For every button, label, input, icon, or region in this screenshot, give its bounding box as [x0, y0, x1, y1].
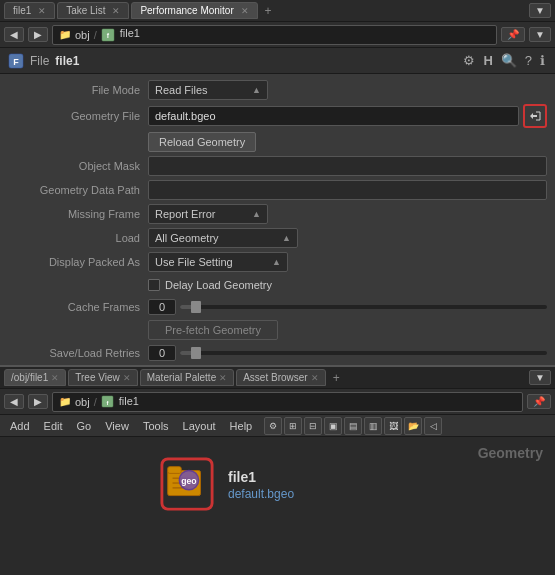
file-browse-icon-btn[interactable]	[523, 104, 547, 128]
bottom-nav-back-btn[interactable]: ◀	[4, 394, 24, 409]
info-icon[interactable]: ℹ	[538, 52, 547, 69]
display-packed-dropdown[interactable]: Use File Setting ▲	[148, 252, 288, 272]
pin-btn[interactable]: 📌	[501, 27, 525, 42]
tab-close-file1[interactable]: ✕	[38, 6, 46, 16]
nav-back-btn[interactable]: ◀	[4, 27, 24, 42]
nav-path: 📁 obj / f file1	[52, 25, 497, 45]
display-packed-label: Display Packed As	[8, 256, 148, 268]
save-load-track[interactable]	[180, 351, 547, 355]
title-name: file1	[55, 54, 79, 68]
tab-take-list[interactable]: Take List ✕	[57, 2, 129, 19]
path-obj[interactable]: obj	[75, 29, 90, 41]
bottom-tab-close-1[interactable]: ✕	[123, 373, 131, 383]
bottom-tab-close-3[interactable]: ✕	[311, 373, 319, 383]
top-tab-bar: file1 ✕ Take List ✕ Performance Monitor …	[0, 0, 555, 22]
title-actions: ⚙ H 🔍 ? ℹ	[461, 52, 547, 69]
node-file-label: default.bgeo	[228, 487, 294, 501]
file-mode-row: File Mode Read Files ▲	[0, 78, 555, 102]
bottom-panel-menu-btn[interactable]: ▼	[529, 370, 551, 385]
menu-tools[interactable]: Tools	[137, 418, 175, 434]
cache-frames-value: 0	[148, 299, 176, 315]
geometry-viewport-label: Geometry	[478, 445, 543, 461]
geometry-file-input[interactable]: default.bgeo	[148, 106, 519, 126]
node-icon: geo	[160, 457, 214, 513]
svg-text:geo: geo	[181, 476, 196, 486]
object-mask-input[interactable]	[148, 156, 547, 176]
cache-frames-label: Cache Frames	[8, 301, 148, 313]
menu-view[interactable]: View	[99, 418, 135, 434]
nav-bar: ◀ ▶ 📁 obj / f file1 📌 ▼	[0, 22, 555, 48]
tab-performance-monitor[interactable]: Performance Monitor ✕	[131, 2, 257, 19]
menu-go[interactable]: Go	[71, 418, 98, 434]
tab-add-button[interactable]: +	[260, 2, 277, 20]
panel-menu-btn[interactable]: ▼	[529, 3, 551, 18]
bottom-nav-forward-btn[interactable]: ▶	[28, 394, 48, 409]
bottom-path-file: f file1	[101, 395, 139, 409]
svg-rect-9	[168, 467, 182, 474]
bottom-tab-material-palette[interactable]: Material Palette ✕	[140, 369, 234, 386]
tool-icon-img[interactable]: 🖼	[384, 417, 402, 435]
missing-frame-dropdown[interactable]: Report Error ▲	[148, 204, 268, 224]
bottom-tab-tree-view[interactable]: Tree View ✕	[68, 369, 137, 386]
path-file: f file1	[101, 27, 140, 41]
tool-icon-grid[interactable]: ⊞	[284, 417, 302, 435]
bottom-path-obj[interactable]: obj	[75, 396, 90, 408]
search-icon[interactable]: 🔍	[499, 52, 519, 69]
delay-load-checkbox[interactable]	[148, 279, 160, 291]
load-dropdown[interactable]: All Geometry ▲	[148, 228, 298, 248]
bottom-tab-obj-file1[interactable]: /obj/file1 ✕	[4, 369, 66, 386]
bottom-pin-btn[interactable]: 📌	[527, 394, 551, 409]
tool-icon-folder2[interactable]: 📂	[404, 417, 422, 435]
save-load-label: Save/Load Retries	[8, 347, 148, 359]
file-mode-control: Read Files ▲	[148, 80, 547, 100]
title-label: File	[30, 54, 49, 68]
tool-icon-layout2[interactable]: ▤	[344, 417, 362, 435]
load-label: Load	[8, 232, 148, 244]
tool-icon-arrow[interactable]: ◁	[424, 417, 442, 435]
gear-icon[interactable]: ⚙	[461, 52, 477, 69]
menu-edit[interactable]: Edit	[38, 418, 69, 434]
tool-icon-layout1[interactable]: ▣	[324, 417, 342, 435]
prefetch-row: Pre-fetch Geometry	[0, 318, 555, 342]
breadcrumb-sep: /	[94, 29, 97, 41]
bottom-nav-bar: ◀ ▶ 📁 obj / f file1 📌	[0, 389, 555, 415]
file-mode-label: File Mode	[8, 84, 148, 96]
bottom-tab-asset-browser[interactable]: Asset Browser ✕	[236, 369, 325, 386]
reload-geometry-row: Reload Geometry	[0, 130, 555, 154]
menu-add[interactable]: Add	[4, 418, 36, 434]
save-load-slider[interactable]: 0	[148, 345, 547, 361]
menu-layout[interactable]: Layout	[177, 418, 222, 434]
panel-options-btn[interactable]: ▼	[529, 27, 551, 42]
tab-close-perf[interactable]: ✕	[241, 6, 249, 16]
bottom-tab-close-2[interactable]: ✕	[219, 373, 227, 383]
file-mode-dropdown[interactable]: Read Files ▲	[148, 80, 268, 100]
tab-close-take-list[interactable]: ✕	[112, 6, 120, 16]
geometry-file-label: Geometry File	[8, 110, 148, 122]
bottom-tab-add-btn[interactable]: +	[328, 369, 345, 387]
node-name-label: file1	[228, 469, 294, 485]
menu-help[interactable]: Help	[224, 418, 259, 434]
nav-forward-btn[interactable]: ▶	[28, 27, 48, 42]
tab-file1[interactable]: file1 ✕	[4, 2, 55, 19]
geometry-data-path-input[interactable]	[148, 180, 547, 200]
path-folder-icon: 📁	[59, 29, 71, 40]
cache-frames-slider[interactable]: 0	[148, 299, 547, 315]
tool-icon-settings[interactable]: ⚙	[264, 417, 282, 435]
dropdown-arrow-load: ▲	[282, 233, 291, 243]
save-load-value: 0	[148, 345, 176, 361]
cache-frames-track[interactable]	[180, 305, 547, 309]
geometry-data-path-row: Geometry Data Path	[0, 178, 555, 202]
h-icon[interactable]: H	[481, 52, 494, 69]
bottom-tab-close-0[interactable]: ✕	[51, 373, 59, 383]
reload-geometry-btn[interactable]: Reload Geometry	[148, 132, 256, 152]
object-mask-label: Object Mask	[8, 160, 148, 172]
tool-icon-node[interactable]: ⊟	[304, 417, 322, 435]
menu-bar: Add Edit Go View Tools Layout Help ⚙ ⊞ ⊟…	[0, 415, 555, 437]
tool-icons-group: ⚙ ⊞ ⊟ ▣ ▤ ▥ 🖼 📂 ◁	[264, 417, 442, 435]
question-icon[interactable]: ?	[523, 52, 534, 69]
prefetch-geometry-btn[interactable]: Pre-fetch Geometry	[148, 320, 278, 340]
bottom-viewport: Geometry geo	[0, 437, 555, 552]
tool-icon-layout3[interactable]: ▥	[364, 417, 382, 435]
load-row: Load All Geometry ▲	[0, 226, 555, 250]
save-load-row: Save/Load Retries 0	[0, 342, 555, 364]
